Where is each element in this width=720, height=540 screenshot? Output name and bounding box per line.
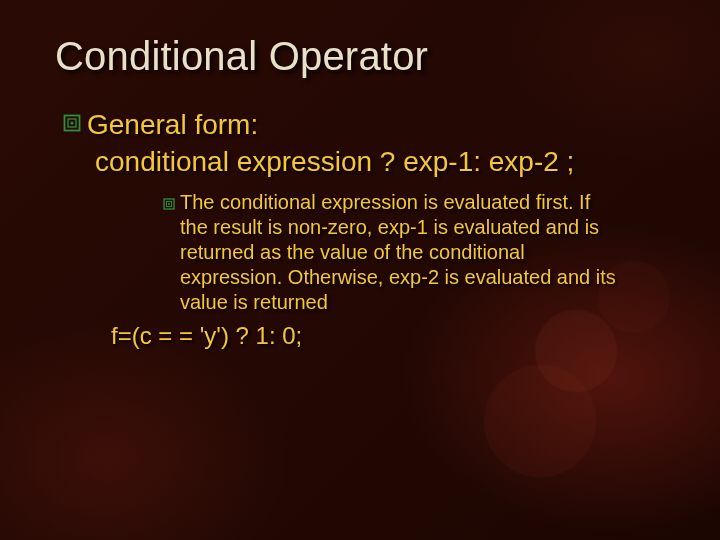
bullet-explanation-text: The conditional expression is evaluated …	[180, 190, 620, 314]
square-bullet-icon	[63, 114, 81, 132]
syntax-line: conditional expression ? exp-1: exp-2 ;	[95, 144, 665, 180]
svg-point-2	[70, 121, 73, 124]
example-code: f=(c = = 'y') ? 1: 0;	[111, 322, 665, 350]
square-bullet-icon	[163, 196, 175, 208]
bullet-explanation: The conditional expression is evaluated …	[163, 190, 620, 314]
slide: Conditional Operator General form: condi…	[0, 0, 720, 540]
svg-point-5	[168, 203, 170, 205]
slide-title: Conditional Operator	[55, 34, 665, 79]
bullet-general-form: General form:	[63, 107, 665, 142]
bullet-general-form-label: General form:	[87, 107, 258, 142]
